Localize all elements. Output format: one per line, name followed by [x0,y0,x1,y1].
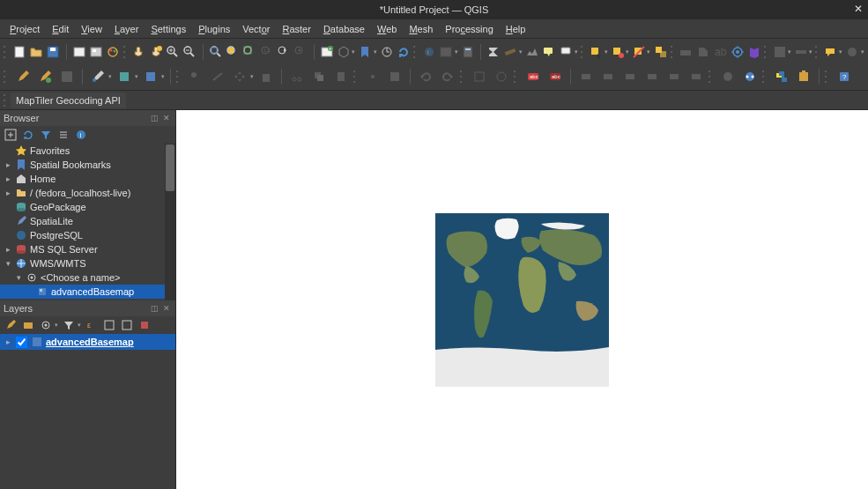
new-geopackage-button[interactable] [115,67,134,86]
filter-by-expression-icon[interactable]: ε [85,318,99,332]
menu-vector[interactable]: Vector [236,22,276,36]
python-console-button[interactable] [772,67,791,86]
new-project-button[interactable] [11,42,26,62]
plugin-abc-darkred-button[interactable]: abc [545,67,565,86]
toolbar-grip[interactable] [123,44,127,60]
zoom-in-button[interactable] [166,42,180,62]
browser-item[interactable]: italyBasemap [0,299,175,300]
browser-item[interactable]: ▸Spatial Bookmarks [0,158,175,172]
add-line-button[interactable] [208,67,227,86]
label-button[interactable]: abc [713,42,727,62]
add-group-icon[interactable] [21,318,35,332]
show-layout-manager-button[interactable] [89,42,103,62]
toolbar-grip[interactable] [815,44,819,60]
label-tool-6-button[interactable] [686,67,706,86]
menu-raster[interactable]: Raster [276,22,316,36]
toolbox-button[interactable] [730,42,744,62]
open-data-source-button[interactable] [679,42,693,62]
modify-attributes-button[interactable] [385,67,404,86]
open-attribute-table-button[interactable] [439,42,453,62]
label-tool-4-button[interactable] [642,67,662,86]
toolbar-grip[interactable] [4,69,9,85]
toolbar-grip[interactable] [764,44,768,60]
panel-close-icon[interactable]: ✕ [161,303,172,314]
browser-item[interactable]: GeoPackage [0,200,175,214]
plugins-button[interactable] [794,67,813,86]
zoom-out-button[interactable] [182,42,197,62]
toolbar-grip[interactable] [460,69,465,85]
menu-processing[interactable]: Processing [439,22,499,36]
layers-tree[interactable]: ▸ advancedBasemap [0,334,175,489]
panel-undock-icon[interactable]: ◫ [149,113,160,123]
zoom-next-button[interactable] [293,42,308,62]
toolbar-grip[interactable] [825,69,830,85]
edits-button[interactable] [13,67,33,86]
toolbar-grip[interactable] [176,69,182,85]
cut-button[interactable] [287,67,307,86]
new-vector-layer-button[interactable] [696,42,710,62]
menu-project[interactable]: Project [4,22,46,36]
layer-item[interactable]: ▸ advancedBasemap [0,334,175,350]
temporal-controller-button[interactable] [380,42,394,62]
toolbar-grip[interactable] [514,69,519,85]
filter-icon[interactable] [39,128,53,142]
no-action-button[interactable] [845,42,859,62]
save-edits-button[interactable] [57,67,77,86]
zoom-to-selection-button[interactable] [226,42,240,62]
undo-button[interactable] [416,67,435,86]
browser-item[interactable]: SpatiaLite [0,214,175,228]
menu-plugins[interactable]: Plugins [192,22,236,36]
show-tips-button[interactable] [824,42,838,62]
toolbar-grip[interactable] [413,44,417,60]
add-point-button[interactable] [186,67,205,86]
browser-item[interactable]: Favorites [0,144,175,158]
browser-item[interactable]: advancedBasemap [0,285,175,299]
vertex-tool-button[interactable] [363,67,382,86]
browser-item[interactable]: ▾<Choose a name> [0,270,175,285]
refresh-icon[interactable] [21,128,35,142]
deselect-all-button[interactable] [632,42,646,62]
browser-item[interactable]: PostgreSQL [0,228,175,242]
menu-mesh[interactable]: Mesh [403,22,439,36]
measure-line-button[interactable] [503,42,517,62]
web-tool-1-button[interactable] [718,67,738,86]
help-button[interactable]: ? [835,67,854,86]
layer-visibility-checkbox[interactable] [16,337,27,348]
identify-button[interactable]: i [422,42,436,62]
panel-close-icon[interactable]: ✕ [161,113,172,123]
digitize-button[interactable] [88,67,108,86]
copy-button[interactable] [309,67,329,86]
browser-item[interactable]: ▸Home [0,172,175,186]
label-tool-5-button[interactable] [664,67,684,86]
tree-arrow-icon[interactable]: ▸ [4,245,12,254]
annotation-button[interactable] [559,42,573,62]
tree-arrow-icon[interactable]: ▸ [4,160,12,169]
pan-map-button[interactable] [131,42,145,62]
label-tool-1-button[interactable] [576,67,596,86]
label-tool-3-button[interactable] [620,67,640,86]
collapse-all-icon[interactable] [120,318,134,332]
toolbar-grip[interactable] [4,44,7,60]
new-shapefile-button[interactable] [141,67,160,86]
menu-help[interactable]: Help [500,22,532,36]
elevation-profile-button[interactable] [525,42,539,62]
web-tool-2-button[interactable] [740,67,760,86]
digitizing-shape-button[interactable] [470,67,489,86]
expand-all-icon[interactable] [102,318,116,332]
digitizing-mode-button[interactable] [492,67,511,86]
select-features-button[interactable] [589,42,603,62]
new-print-layout-button[interactable] [71,42,85,62]
menu-edit[interactable]: Edit [46,22,75,36]
tree-arrow-icon[interactable]: ▾ [4,259,12,268]
redo-button[interactable] [438,67,457,86]
panel-undock-icon[interactable]: ◫ [149,303,160,314]
toolbar-grip[interactable] [353,69,359,85]
browser-item[interactable]: ▸MS SQL Server [0,242,175,256]
zoom-to-layer-button[interactable] [242,42,256,62]
zoom-native-button[interactable]: 1:1 [260,42,274,62]
browser-item[interactable]: ▸/ (fedora_localhost-live) [0,186,175,200]
measure-button[interactable] [794,42,808,62]
map-canvas[interactable] [176,110,868,489]
open-layer-styling-icon[interactable] [4,318,18,332]
select-by-value-button[interactable] [611,42,625,62]
